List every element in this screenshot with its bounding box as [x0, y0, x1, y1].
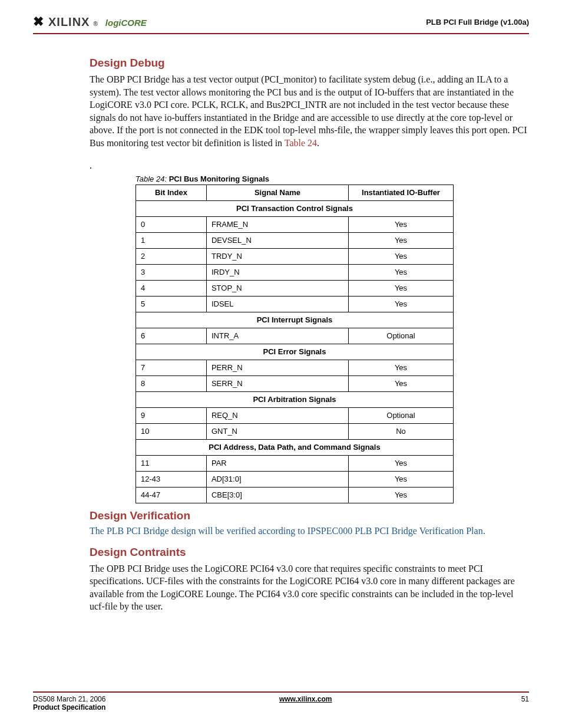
table-row: 11PARYes	[136, 455, 454, 471]
cell-signal-name: INTR_A	[206, 328, 348, 344]
paragraph-design-debug: The OBP PCI Bridge has a test vector out…	[90, 73, 529, 150]
page-header: ✖ XILINX ® logiCORE PLB PCI Full Bridge …	[33, 14, 529, 34]
cell-bit-index: 7	[136, 360, 207, 375]
cell-io-buffer: Yes	[348, 296, 453, 312]
table-row: 12-43AD[31:0]Yes	[136, 471, 454, 487]
table-section-header: PCI Interrupt Signals	[136, 312, 454, 328]
paragraph-design-constraints: The OPB PCI Bridge uses the LogiCORE PCI…	[90, 562, 529, 613]
table-section-header: PCI Transaction Control Signals	[136, 200, 454, 216]
table24-caption: Table 24: PCI Bus Monitoring Signals	[135, 174, 454, 183]
cell-io-buffer: No	[348, 423, 453, 439]
cell-signal-name: PERR_N	[206, 360, 348, 375]
table-section-header: PCI Address, Data Path, and Command Sign…	[136, 439, 454, 455]
cell-bit-index: 0	[136, 216, 207, 232]
heading-design-constraints: Design Contraints	[90, 546, 529, 559]
cell-io-buffer: Yes	[348, 455, 453, 471]
table-row: 6INTR_AOptional	[136, 328, 454, 344]
cell-io-buffer: Yes	[348, 264, 453, 280]
cell-signal-name: PAR	[206, 455, 348, 471]
cell-io-buffer: Yes	[348, 232, 453, 248]
footer-url-link[interactable]: www.xilinx.com	[279, 695, 332, 703]
table24-reference: Table 24	[285, 138, 317, 148]
footer-doc-type: Product Specification	[33, 703, 105, 711]
cell-bit-index: 11	[136, 455, 207, 471]
table-section-header: PCI Arbitration Signals	[136, 391, 454, 407]
logo-mark-icon: ✖	[33, 14, 44, 29]
logicore-text: logiCORE	[105, 18, 147, 28]
th-io-buffer: Instantiated IO-Buffer	[348, 185, 453, 200]
logo-text: XILINX	[48, 15, 90, 29]
cell-io-buffer: Yes	[348, 487, 453, 503]
th-bit-index: Bit Index	[136, 185, 207, 200]
cell-signal-name: STOP_N	[206, 280, 348, 296]
table-row: 7PERR_NYes	[136, 360, 454, 375]
heading-design-debug: Design Debug	[90, 57, 529, 70]
cell-io-buffer: Optional	[348, 407, 453, 423]
cell-signal-name: CBE[3:0]	[206, 487, 348, 503]
footer-doc-id: DS508 March 21, 2006	[33, 695, 105, 703]
table24: Bit Index Signal Name Instantiated IO-Bu…	[135, 185, 454, 503]
cell-signal-name: FRAME_N	[206, 216, 348, 232]
table-row: 44-47CBE[3:0]Yes	[136, 487, 454, 503]
cell-bit-index: 10	[136, 423, 207, 439]
heading-design-verification: Design Verification	[90, 509, 529, 522]
cell-bit-index: 1	[136, 232, 207, 248]
cell-bit-index: 44-47	[136, 487, 207, 503]
table-row: 4STOP_NYes	[136, 280, 454, 296]
cell-signal-name: AD[31:0]	[206, 471, 348, 487]
cell-signal-name: GNT_N	[206, 423, 348, 439]
th-signal-name: Signal Name	[206, 185, 348, 200]
footer-page-number: 51	[505, 695, 529, 711]
cell-bit-index: 4	[136, 280, 207, 296]
cell-io-buffer: Yes	[348, 375, 453, 391]
cell-bit-index: 2	[136, 248, 207, 264]
logo: ✖ XILINX ® logiCORE	[33, 14, 147, 29]
paragraph-design-verification: The PLB PCI Bridge design will be verifi…	[90, 526, 529, 536]
table-row: 2TRDY_NYes	[136, 248, 454, 264]
cell-signal-name: DEVSEL_N	[206, 232, 348, 248]
table-row: 0FRAME_NYes	[136, 216, 454, 232]
table-row: 8SERR_NYes	[136, 375, 454, 391]
cell-bit-index: 5	[136, 296, 207, 312]
table-row: 3IRDY_NYes	[136, 264, 454, 280]
cell-io-buffer: Yes	[348, 216, 453, 232]
cell-signal-name: TRDY_N	[206, 248, 348, 264]
table-row: 5IDSELYes	[136, 296, 454, 312]
cell-bit-index: 12-43	[136, 471, 207, 487]
page-footer: DS508 March 21, 2006 Product Specificati…	[33, 691, 529, 711]
cell-signal-name: IDSEL	[206, 296, 348, 312]
doc-title: PLB PCI Full Bridge (v1.00a)	[426, 18, 529, 27]
table-row: 9REQ_NOptional	[136, 407, 454, 423]
cell-signal-name: IRDY_N	[206, 264, 348, 280]
cell-bit-index: 6	[136, 328, 207, 344]
cell-io-buffer: Yes	[348, 280, 453, 296]
table-section-header: PCI Error Signals	[136, 344, 454, 360]
cell-io-buffer: Yes	[348, 471, 453, 487]
registered-icon: ®	[93, 21, 98, 27]
cell-io-buffer: Yes	[348, 248, 453, 264]
cell-bit-index: 8	[136, 375, 207, 391]
cell-bit-index: 9	[136, 407, 207, 423]
cell-signal-name: REQ_N	[206, 407, 348, 423]
table-row: 1DEVSEL_NYes	[136, 232, 454, 248]
cell-io-buffer: Optional	[348, 328, 453, 344]
cell-signal-name: SERR_N	[206, 375, 348, 391]
stray-period: .	[90, 160, 529, 171]
table-row: 10GNT_NNo	[136, 423, 454, 439]
cell-bit-index: 3	[136, 264, 207, 280]
cell-io-buffer: Yes	[348, 360, 453, 375]
